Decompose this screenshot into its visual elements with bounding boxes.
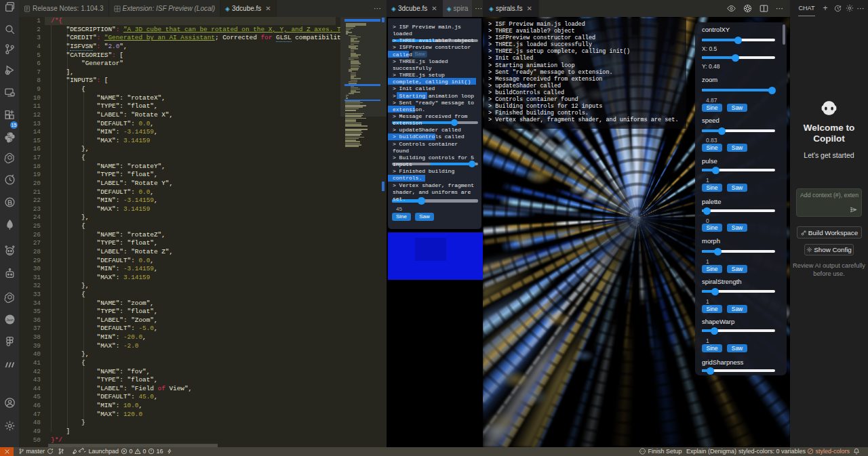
svg-text:Json: Json xyxy=(6,318,14,322)
